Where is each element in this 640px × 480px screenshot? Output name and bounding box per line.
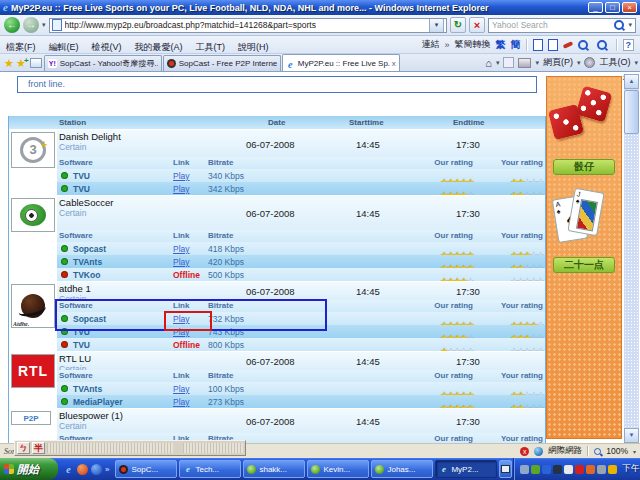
tray-icon-1[interactable] — [520, 465, 529, 474]
play-link[interactable]: Play — [173, 184, 190, 194]
tray-icon-9[interactable] — [608, 465, 617, 474]
links-menu[interactable]: 連結 — [421, 38, 439, 51]
scroll-thumb[interactable] — [624, 90, 639, 134]
col-starttime: Starttime — [349, 118, 384, 127]
play-link[interactable]: Play — [173, 244, 190, 254]
station-status-link[interactable]: Certain — [59, 142, 174, 152]
zoom-dropdown-icon[interactable]: ▾ — [633, 448, 636, 455]
tab-close-icon[interactable]: x — [392, 59, 396, 68]
quick-tabs-icon[interactable] — [30, 58, 42, 68]
tray-icon-4[interactable] — [553, 465, 562, 474]
task-button-4[interactable]: Johas... — [371, 460, 433, 478]
page-dropdown-icon[interactable]: ▾ — [577, 59, 581, 67]
menu-item-3[interactable]: 我的最愛(A) — [135, 42, 183, 52]
favorites-center-icon[interactable]: ★ — [4, 55, 14, 71]
key-icon[interactable] — [562, 41, 573, 49]
address-bar[interactable]: http://www.myp2p.eu/broadcast.php?matchi… — [49, 18, 447, 33]
search-dropdown-icon[interactable]: ▾ — [628, 21, 632, 29]
play-link[interactable]: Play — [173, 327, 190, 337]
scroll-up-arrow[interactable]: ▲ — [624, 74, 639, 89]
forward-button[interactable]: → — [23, 17, 39, 33]
start-button[interactable]: 開始 — [0, 458, 58, 480]
scroll-down-arrow[interactable]: ▼ — [624, 428, 639, 443]
print-dropdown-icon[interactable]: ▾ — [535, 59, 539, 67]
tools-dropdown-icon[interactable]: ▾ — [634, 59, 638, 67]
tray-icon-8[interactable] — [597, 465, 606, 474]
stop-button[interactable]: × — [469, 17, 485, 33]
menu-item-5[interactable]: 說明(H) — [238, 42, 269, 52]
play-link[interactable]: Play — [173, 397, 190, 407]
links-overflow-icon[interactable]: » — [444, 40, 449, 50]
tab-0[interactable]: Y!SopCast - Yahoo!奇摩搜尋... — [44, 55, 162, 71]
station-status-link[interactable]: Certain — [59, 208, 174, 218]
help-icon[interactable]: ? — [623, 39, 635, 51]
tray-icon-6[interactable] — [575, 465, 584, 474]
quick-launch-player-icon[interactable] — [91, 464, 102, 475]
tray-icon-2[interactable] — [531, 465, 540, 474]
doc-blue-icon[interactable] — [533, 39, 543, 51]
stream-row: SopcastPlay418 Kbps★★★★★★★★☆☆ — [57, 242, 545, 255]
back-button[interactable]: ← — [4, 17, 20, 33]
home-button[interactable]: ⌂ — [485, 57, 492, 69]
vertical-scrollbar[interactable]: ▲ ▼ — [624, 74, 639, 443]
taskbar-clock[interactable]: 下午 10:17 — [622, 463, 640, 475]
tray-icon-5[interactable] — [564, 465, 573, 474]
task-button-0[interactable]: SopC... — [115, 460, 177, 478]
play-link[interactable]: Play — [173, 314, 190, 324]
menu-item-0[interactable]: 檔案(F) — [6, 42, 36, 52]
refresh-button[interactable]: ↻ — [450, 17, 466, 33]
task-button-2[interactable]: shakk... — [243, 460, 305, 478]
task-button-3[interactable]: Kevin... — [307, 460, 369, 478]
ime-input-mode-button[interactable]: ㄅ — [17, 442, 30, 454]
menu-item-4[interactable]: 工具(T) — [196, 42, 226, 52]
close-button[interactable]: × — [622, 2, 637, 13]
play-link[interactable]: Play — [173, 384, 190, 394]
task-button-label: SopC... — [131, 465, 158, 474]
gear-icon[interactable] — [584, 57, 595, 68]
dice-game-button[interactable]: 骰仔 — [553, 159, 615, 175]
quick-launch-overflow-icon[interactable]: » — [105, 465, 109, 474]
doc-blue2-icon[interactable] — [548, 39, 558, 51]
ime-grip2[interactable] — [183, 443, 243, 453]
play-link[interactable]: Play — [173, 171, 190, 181]
zoom-level[interactable]: 100% — [606, 446, 628, 456]
history-dropdown-icon[interactable]: ▾ — [42, 21, 46, 29]
tray-icon-7[interactable] — [586, 465, 595, 474]
zoom-in-icon[interactable] — [578, 40, 588, 50]
tab-1[interactable]: SopCast - Free P2P Internet ... — [163, 55, 281, 71]
print-icon[interactable] — [518, 58, 531, 68]
task-button-1[interactable]: eTech... — [179, 460, 241, 478]
quick-launch-ie-icon[interactable]: e — [63, 464, 74, 475]
zoom-level-icon[interactable] — [594, 448, 601, 455]
minimize-button[interactable]: _ — [588, 2, 603, 13]
address-dropdown-button[interactable]: ▾ — [429, 18, 444, 33]
tab-2[interactable]: eMyP2P.eu :: Free Live Sp...x — [282, 54, 400, 71]
ime-width-mode-button[interactable]: 半 — [32, 442, 45, 454]
maximize-button[interactable]: □ — [605, 2, 620, 13]
blackjack-button[interactable]: 二十一点 — [553, 257, 615, 273]
show-desktop-button[interactable] — [499, 460, 512, 478]
home-dropdown-icon[interactable]: ▾ — [496, 59, 500, 67]
tools-menu[interactable]: 工具(O) — [599, 56, 630, 69]
menu-item-1[interactable]: 編輯(E) — [49, 42, 79, 52]
simplified-button[interactable]: 簡 — [511, 38, 521, 52]
url-text[interactable]: http://www.myp2p.eu/broadcast.php?matchi… — [65, 20, 429, 30]
ad-panel[interactable]: 骰仔 A♠ ♠ J♠ 二十一点 — [546, 76, 622, 439]
add-favorite-icon[interactable]: ★ — [16, 55, 26, 71]
menu-item-2[interactable]: 檢視(V) — [92, 42, 122, 52]
tray-icon-3[interactable] — [542, 465, 551, 474]
zoom-out-icon[interactable] — [597, 40, 607, 50]
station-status-link[interactable]: Certain — [59, 421, 174, 431]
desktop-screen: e MyP2P.eu :: Free Live Sports on your P… — [0, 0, 640, 480]
quick-launch-media-icon[interactable] — [77, 464, 88, 475]
search-magnifier-icon[interactable] — [614, 20, 624, 30]
traditional-button[interactable]: 繁 — [496, 38, 506, 52]
search-input[interactable]: Yahoo! Search ▾ — [488, 18, 636, 33]
page-menu[interactable]: 網頁(P) — [543, 56, 573, 69]
feeds-icon[interactable] — [503, 57, 514, 68]
ime-grip[interactable] — [47, 443, 173, 453]
ime-language-bar[interactable]: ㄅ 半 — [14, 440, 246, 456]
task-button-5[interactable]: eMyP2... — [435, 460, 497, 478]
col-software: Software — [59, 231, 93, 240]
play-link[interactable]: Play — [173, 257, 190, 267]
